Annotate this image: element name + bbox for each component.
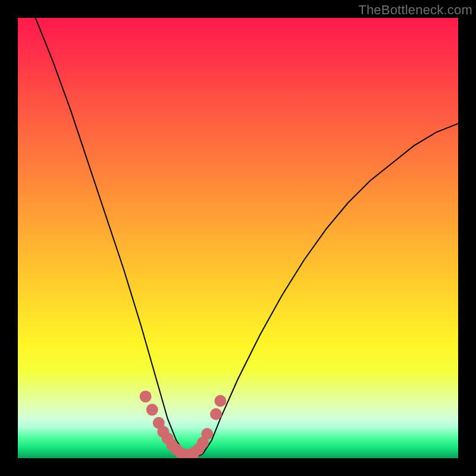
- curve-marker: [214, 395, 226, 407]
- curve-marker: [201, 428, 213, 440]
- curve-marker: [210, 408, 222, 420]
- curve-marker: [146, 404, 158, 416]
- chart-frame: TheBottleneck.com: [0, 0, 476, 476]
- watermark-text: TheBottleneck.com: [358, 2, 472, 18]
- curve-svg: [18, 18, 458, 458]
- plot-area: [18, 18, 458, 458]
- curve-marker: [140, 390, 152, 402]
- bottleneck-curve: [36, 18, 458, 458]
